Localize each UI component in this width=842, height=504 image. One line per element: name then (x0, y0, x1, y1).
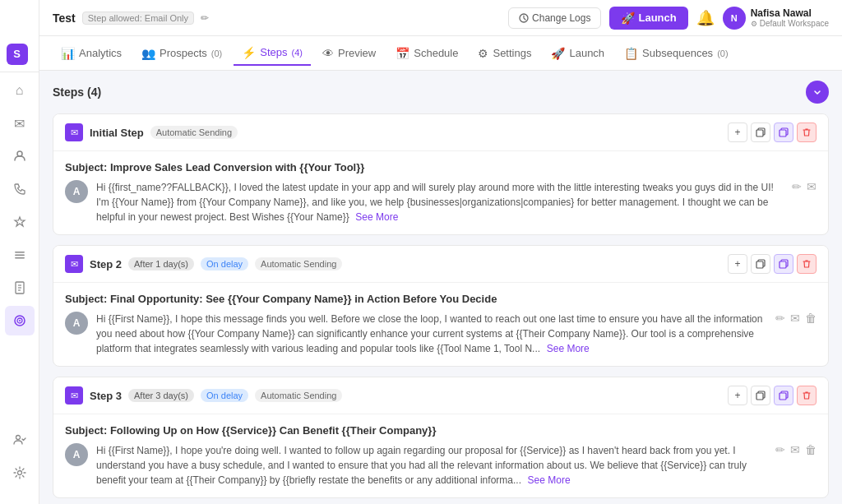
sidebar-item-document[interactable] (5, 273, 35, 303)
preview-icon: 👁 (322, 47, 334, 60)
tab-steps[interactable]: ⚡ Steps (4) (234, 41, 311, 66)
step-1-see-more[interactable]: See More (355, 211, 398, 223)
step-3-copy-button[interactable] (751, 386, 770, 405)
subsequences-icon: 📋 (624, 47, 638, 60)
svg-rect-19 (756, 393, 763, 400)
step-card-1: ✉ Initial Step Automatic Sending + (53, 113, 829, 235)
step-1-actions: + (728, 123, 817, 142)
step-3-see-more[interactable]: See More (528, 474, 571, 486)
tab-prospects[interactable]: 👥 Prospects (0) (133, 42, 230, 65)
step-3-header: ✉ Step 3 After 3 day(s) On delay Automat… (53, 377, 828, 414)
expand-button[interactable] (806, 81, 829, 104)
step-2-see-more[interactable]: See More (547, 343, 590, 354)
logo-icon: S (7, 44, 28, 65)
step-2-add-button[interactable]: + (728, 254, 747, 274)
analytics-icon: 📊 (61, 47, 75, 60)
step-3-mail-icon[interactable]: ✉ (790, 443, 800, 456)
sidebar-item-list[interactable] (5, 240, 35, 270)
tab-analytics[interactable]: 📊 Analytics (53, 42, 130, 65)
step-2-on-delay-badge: On delay (201, 257, 248, 270)
step-1-subject: Subject: Improve Sales Lead Conversion w… (65, 161, 817, 173)
main-content: Test Step allowed: Email Only ✏ Change L… (39, 0, 842, 504)
svg-rect-2 (15, 252, 25, 253)
tab-subsequences[interactable]: 📋 Subsequences (0) (616, 42, 736, 65)
launch-nav-icon: 🚀 (551, 47, 565, 60)
settings-icon: ⚙ (478, 47, 488, 60)
step-2-delete-icon[interactable]: 🗑 (805, 312, 817, 325)
sidebar-item-contacts[interactable] (5, 141, 35, 171)
user-name: Nafisa Nawal (751, 7, 829, 19)
topbar: Test Step allowed: Email Only ✏ Change L… (39, 0, 842, 36)
svg-rect-17 (756, 261, 763, 268)
user-container: N Nafisa Nawal ⚙ Default Workspace (723, 7, 829, 30)
step-2-avatar: A (65, 312, 88, 335)
step-2-mail-icon[interactable]: ✉ (790, 312, 800, 325)
step-2-auto-badge: Automatic Sending (255, 257, 342, 270)
step-card-3: ✉ Step 3 After 3 day(s) On delay Automat… (53, 377, 829, 498)
step-2-actions: + (728, 254, 817, 274)
step-2-duplicate-button[interactable] (774, 254, 793, 274)
svg-point-13 (17, 471, 21, 475)
step-card-2: ✉ Step 2 After 1 day(s) On delay Automat… (53, 245, 829, 367)
step-1-message: Hi {{first_name??FALLBACK}}, I loved the… (96, 182, 774, 223)
step-2-message-row: A Hi {{First Name}}, I hope this message… (65, 312, 817, 356)
notification-bell[interactable]: 🔔 (696, 9, 715, 27)
launch-button[interactable]: 🚀 Launch (609, 7, 687, 30)
step-1-add-button[interactable]: + (728, 123, 747, 142)
step-1-delete-button[interactable] (797, 123, 817, 142)
step-2-delete-button[interactable] (797, 254, 817, 274)
step-1-email-icon: ✉ (65, 123, 83, 141)
user-workspace: ⚙ Default Workspace (751, 19, 829, 28)
step-3-message: Hi {{First Name}}, I hope you're doing w… (96, 445, 747, 486)
change-logs-button[interactable]: Change Logs (508, 7, 601, 29)
sidebar-item-home[interactable]: ⌂ (5, 76, 35, 105)
sidebar-item-phone[interactable] (5, 174, 35, 204)
step-3-auto-badge: Automatic Sending (255, 389, 342, 402)
step-3-delete-button[interactable] (797, 386, 817, 405)
step-3-email-icon: ✉ (65, 386, 83, 405)
step-1-duplicate-button[interactable] (774, 123, 793, 142)
step-3-body: Subject: Following Up on How {{Service}}… (53, 414, 828, 497)
step-1-edit-icon[interactable]: ✏ (792, 180, 802, 193)
step-3-delete-icon[interactable]: 🗑 (805, 443, 817, 456)
step-3-add-button[interactable]: + (728, 386, 747, 405)
step-1-body: Subject: Improve Sales Lead Conversion w… (53, 151, 828, 234)
tab-settings[interactable]: ⚙ Settings (470, 42, 539, 65)
step-1-name: Initial Step (90, 127, 144, 139)
tab-launch[interactable]: 🚀 Launch (543, 42, 613, 65)
sidebar: S ⌂ ✉ (0, 0, 39, 504)
tab-preview[interactable]: 👁 Preview (314, 42, 384, 65)
sidebar-item-campaigns[interactable] (5, 306, 35, 335)
svg-point-11 (19, 320, 21, 321)
topbar-right: Change Logs 🚀 Launch 🔔 N Nafisa Nawal ⚙ … (508, 7, 829, 30)
step-2-edit-icon[interactable]: ✏ (775, 312, 785, 325)
step-1-mail-icon[interactable]: ✉ (807, 180, 817, 193)
svg-rect-20 (780, 393, 786, 400)
step-1-copy-button[interactable] (751, 123, 770, 142)
sidebar-item-mail[interactable]: ✉ (5, 109, 35, 138)
edit-icon[interactable]: ✏ (201, 12, 209, 24)
sidebar-item-settings[interactable] (5, 458, 35, 488)
step-1-header: ✉ Initial Step Automatic Sending + (53, 114, 828, 151)
step-2-copy-button[interactable] (751, 254, 770, 274)
svg-point-12 (16, 436, 20, 440)
steps-count-title: Steps (4) (53, 86, 101, 99)
svg-rect-15 (756, 130, 763, 136)
step-3-duplicate-button[interactable] (774, 386, 793, 405)
steps-list: ✉ Initial Step Automatic Sending + (39, 113, 842, 504)
step-3-on-delay-badge: On delay (201, 389, 248, 402)
topbar-left: Test Step allowed: Email Only ✏ (53, 12, 209, 25)
step-3-edit-icon[interactable]: ✏ (775, 443, 785, 456)
tab-schedule[interactable]: 📅 Schedule (387, 42, 466, 65)
step-1-message-row: A Hi {{first_name??FALLBACK}}, I loved t… (65, 180, 817, 224)
step-2-message: Hi {{First Name}}, I hope this message f… (96, 313, 762, 354)
page-title: Test (53, 12, 76, 25)
step-1-avatar: A (65, 180, 88, 203)
sidebar-item-user-mgmt[interactable] (5, 425, 35, 455)
svg-rect-3 (15, 255, 25, 257)
svg-rect-16 (780, 130, 786, 136)
svg-marker-1 (15, 217, 25, 226)
step-1-auto-badge: Automatic Sending (150, 126, 238, 139)
step-3-msg-actions: ✏ ✉ 🗑 (775, 443, 817, 456)
sidebar-item-star[interactable] (5, 207, 35, 237)
